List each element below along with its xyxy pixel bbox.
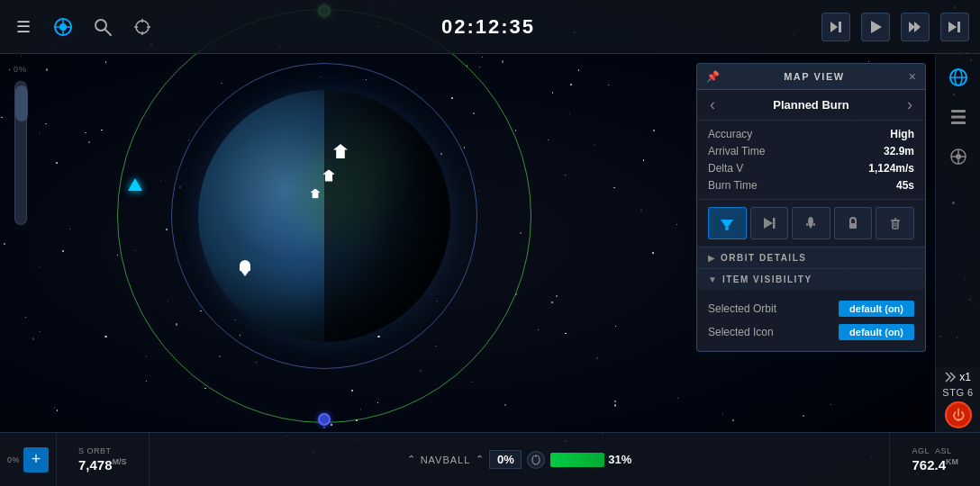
accuracy-row: Accuracy High [708,128,914,140]
item-visibility-header[interactable]: ▼ ITEM VISIBILITY [697,268,925,290]
burn-time-row: Burn Time 45s [708,179,914,192]
chevron-marker-2 [322,168,336,183]
stage-badge: STG 6 [942,387,973,398]
crosshair-icon[interactable] [130,14,155,40]
delta-v-label: Delta V [708,162,743,175]
selected-icon-toggle[interactable]: default (on) [839,324,914,340]
item-visibility-arrow: ▼ [708,274,717,284]
svg-point-6 [136,21,149,33]
delta-v-row: Delta V 1,124m/s [708,162,914,175]
map-view-panel: 📌 MAP VIEW × ‹ Planned Burn › Accuracy H… [696,63,926,352]
inner-orbit-ring [171,63,477,369]
accuracy-value: High [890,128,914,140]
sidebar-joystick-icon[interactable] [942,140,975,173]
chevron-marker-1 [333,144,348,158]
bottom-bar: 0% + S ORBT 7,478M/S ⌃ NAVBALL ⌃ 0% [0,432,980,486]
svg-point-4 [95,20,106,31]
svg-rect-37 [951,122,966,124]
altitude-section: AGL ASL 762.4KM [889,433,980,486]
svg-marker-16 [948,22,957,32]
fast-forward-btn[interactable] [901,13,930,41]
orbit-speed-section: S ORBT 7,478M/S [57,433,150,486]
selected-icon-label: Selected Icon [708,326,774,338]
throttle-section: 0% + [0,433,57,486]
svg-rect-35 [951,110,966,112]
panel-header: 📌 MAP VIEW × [697,64,925,90]
orbit-details-title: ORBIT DETAILS [721,253,806,263]
play-btn[interactable] [861,13,890,41]
orbit-details-header[interactable]: ▶ ORBIT DETAILS [697,247,925,268]
header-center: 02:12:35 [155,15,821,39]
asl-label: ASL [935,446,952,455]
navball-section: ⌃ NAVBALL ⌃ 0% 31% [150,433,890,486]
burn-time-label: Burn Time [708,179,758,192]
altitude-display: AGL ASL 762.4KM [901,446,969,472]
svg-marker-15 [914,22,921,32]
rocket-btn[interactable] [792,207,830,239]
arrival-time-row: Arrival Time 32.9m [708,145,914,158]
selected-orbit-label: Selected Orbit [708,302,776,315]
svg-rect-17 [957,22,960,32]
fuel-pct: 31% [608,453,631,466]
fuel-bar-container: 31% [550,453,631,467]
navball-label: NAVBALL [421,454,471,465]
item-visibility-title: ITEM VISIBILITY [722,274,812,284]
orbit-details-arrow: ▶ [708,253,715,263]
fuel-icon [527,451,545,469]
throttle-slider[interactable] [14,81,27,225]
step-btn[interactable] [821,13,850,41]
svg-marker-13 [871,21,882,33]
close-btn[interactable]: × [909,69,916,84]
left-toolbar: 0% [0,54,41,432]
next-arrow[interactable]: › [903,95,916,114]
orbit-value: 7,478M/S [78,457,127,472]
orbit-speed-display: S ORBT 7,478M/S [68,446,138,472]
arrival-time-label: Arrival Time [708,145,765,158]
skip-btn[interactable] [940,13,969,41]
warp-value: x1 [959,371,971,383]
add-button[interactable]: + [23,447,49,472]
pin-icon[interactable]: 📌 [706,70,720,83]
map-icon[interactable] [50,14,76,40]
arrival-time-value: 32.9m [884,145,914,158]
burn-marker-btn[interactable] [708,207,747,239]
sidebar-settings-icon[interactable] [942,101,975,133]
mission-timer: 02:12:35 [441,15,535,39]
action-buttons-row [697,199,925,247]
svg-rect-36 [951,116,966,119]
delete-btn[interactable] [876,207,914,239]
svg-rect-25 [813,223,815,226]
svg-point-39 [956,154,961,159]
delta-v-value: 1,124m/s [868,162,914,175]
svg-rect-21 [773,218,776,229]
power-button[interactable]: ⏻ [945,401,972,428]
selected-orbit-toggle[interactable]: default (on) [839,301,914,317]
visibility-options: Selected Orbit default (on) Selected Ico… [697,290,925,351]
svg-line-5 [105,30,111,35]
selected-icon-row: Selected Icon default (on) [697,320,925,344]
navball-arrow-left: ⌃ [407,454,415,465]
throttle-label: 0% [7,455,20,464]
selected-orbit-row: Selected Orbit default (on) [697,297,925,320]
svg-rect-27 [893,220,898,229]
svg-marker-14 [909,22,915,32]
warp-badge: x1 [945,371,971,383]
direction-marker [128,178,142,191]
prev-arrow[interactable]: ‹ [706,95,719,114]
search-icon[interactable] [90,14,115,40]
accuracy-label: Accuracy [708,128,752,140]
burn-info: Accuracy High Arrival Time 32.9m Delta V… [697,121,925,199]
svg-marker-23 [808,224,813,229]
next-node-btn[interactable] [750,207,789,239]
svg-marker-20 [764,218,773,229]
agl-label: AGL [912,446,930,455]
panel-navigation: ‹ Planned Burn › [697,90,925,121]
lock-btn[interactable] [834,207,873,239]
planned-burn-title: Planned Burn [773,98,849,112]
sidebar-globe-icon[interactable] [942,61,975,94]
bottom-right-controls: x1 STG 6 ⏻ [935,367,980,432]
svg-point-19 [725,227,729,230]
menu-icon[interactable]: ☰ [11,14,36,40]
node-marker [318,413,331,426]
throttle-display: 0% [489,450,522,469]
